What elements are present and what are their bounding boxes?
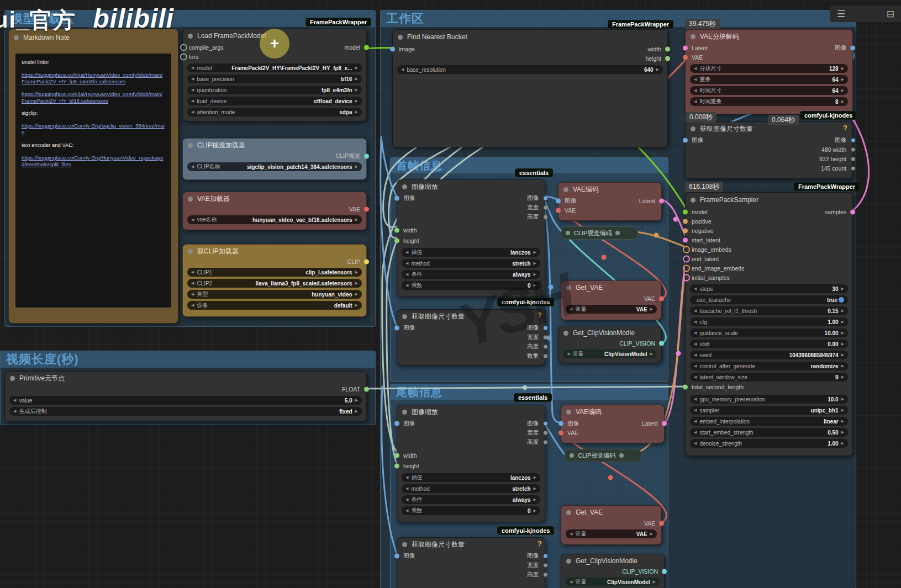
node-markdown-note[interactable]: Markdown Note Model links: https://huggi…	[8, 29, 178, 324]
node-get-clipvision-last[interactable]: Get_ClipVisionModle CLIP_VISION ◀常量ClipV…	[561, 554, 665, 588]
collapse-dot[interactable]	[188, 34, 193, 39]
collapse-dot[interactable]	[402, 410, 407, 415]
left-arrow-icon[interactable]: ◀	[570, 307, 572, 311]
node-graph-canvas[interactable]: 模型加载区 视频长度(秒) 工作区 首帧信息 尾帧信息	[0, 0, 901, 588]
right-arrow-icon[interactable]: ▶	[355, 99, 358, 103]
left-arrow-icon[interactable]: ◀	[694, 88, 697, 93]
widget-vae-name[interactable]: ◀vae名称hunyuan_video_vae_bf16.safetensors…	[187, 215, 362, 224]
widget-clip2[interactable]: ◀CLIP2llava_llama3_fp8_scaled.safetensor…	[187, 279, 362, 288]
input-port-model[interactable]	[683, 209, 688, 214]
input-port-total-second-length[interactable]	[683, 385, 688, 390]
help-icon[interactable]: ?	[843, 124, 847, 132]
input-port-end-image-embeds[interactable]	[683, 264, 690, 272]
collapse-dot[interactable]	[566, 231, 570, 235]
widget-interpolation[interactable]: ◀插值lanczos▶	[402, 248, 540, 257]
right-arrow-icon[interactable]: ▶	[355, 88, 358, 92]
widget-seed[interactable]: ◀seed1043960885945974▶	[690, 351, 848, 359]
widget-multiplier[interactable]: ◀乘数0▶	[402, 281, 540, 290]
collapse-dot[interactable]	[691, 34, 695, 39]
output-port-float[interactable]	[364, 387, 369, 392]
left-arrow-icon[interactable]: ◀	[191, 281, 194, 285]
output-port-height[interactable]	[544, 345, 547, 348]
output-port-width[interactable]	[665, 46, 670, 51]
left-arrow-icon[interactable]: ◀	[191, 66, 194, 70]
input-port-image[interactable]	[394, 325, 399, 330]
collapse-dot[interactable]	[188, 249, 193, 254]
input-port-image[interactable]	[394, 553, 399, 558]
collapse-dot[interactable]	[691, 126, 695, 131]
left-arrow-icon[interactable]: ◀	[191, 292, 194, 296]
collapse-dot[interactable]	[570, 453, 574, 458]
left-arrow-icon[interactable]: ◀	[694, 331, 697, 335]
right-arrow-icon[interactable]: ▶	[841, 353, 844, 357]
left-arrow-icon[interactable]: ◀	[694, 441, 697, 446]
left-arrow-icon[interactable]: ◀	[694, 342, 697, 346]
left-arrow-icon[interactable]: ◀	[570, 580, 572, 584]
right-arrow-icon[interactable]: ▶	[355, 281, 358, 285]
right-arrow-icon[interactable]: ▶	[841, 287, 844, 291]
left-arrow-icon[interactable]: ◀	[694, 397, 697, 401]
input-port-image[interactable]	[556, 198, 561, 203]
left-arrow-icon[interactable]: ◀	[405, 475, 408, 480]
widget-tile-size[interactable]: ◀分块尺寸128▶	[690, 64, 848, 73]
collapse-dot[interactable]	[188, 197, 193, 202]
input-port-image-embeds[interactable]	[683, 246, 690, 253]
canvas-toolbar[interactable]: ☰ ⊟	[830, 6, 901, 22]
right-arrow-icon[interactable]: ▶	[841, 331, 844, 335]
output-port-image[interactable]	[850, 45, 855, 50]
right-arrow-icon[interactable]: ▶	[841, 419, 844, 423]
left-arrow-icon[interactable]: ◀	[191, 270, 194, 274]
node-clip-vision-encode-last[interactable]: CLIP视觉编码	[565, 449, 642, 462]
node-clip-vision-encode-first[interactable]: CLIP视觉编码	[561, 226, 638, 240]
left-arrow-icon[interactable]: ◀	[694, 353, 697, 357]
right-arrow-icon[interactable]: ▶	[355, 218, 358, 222]
widget-start-embed-strength[interactable]: ◀start_embed_strength0.50▶	[690, 428, 848, 437]
node-get-image-size-last[interactable]: 获取图像尺寸数量 图像 图像 宽度 高度	[397, 537, 545, 588]
right-arrow-icon[interactable]: ▶	[841, 408, 844, 412]
left-arrow-icon[interactable]: ◀	[694, 408, 697, 412]
left-arrow-icon[interactable]: ◀	[405, 272, 408, 277]
node-image-scale-last[interactable]: 图像缩放 图像 图像 宽度 高度 width height ◀插值lanczos…	[397, 405, 545, 522]
collapse-dot[interactable]	[563, 187, 568, 192]
widget-base-resolution[interactable]: ◀base_resolution640▶	[397, 65, 663, 74]
right-arrow-icon[interactable]: ▶	[355, 110, 358, 114]
left-arrow-icon[interactable]: ◀	[694, 364, 697, 368]
input-port-compile-args[interactable]	[180, 44, 187, 51]
right-arrow-icon[interactable]: ▶	[355, 66, 358, 70]
input-port-end-latent[interactable]	[683, 255, 690, 262]
widget-constant[interactable]: ◀常量ClipVisionModel▶	[566, 578, 660, 586]
right-arrow-icon[interactable]: ▶	[534, 272, 536, 277]
input-port-vae[interactable]	[556, 208, 561, 213]
node-clip-vision-loader[interactable]: CLIP视觉加载器 CLIP视觉 ◀CLIP名称sigclip_vision_p…	[182, 138, 367, 180]
right-arrow-icon[interactable]: ▶	[841, 77, 844, 82]
right-arrow-icon[interactable]: ▶	[841, 375, 844, 379]
widget-use-teacache[interactable]: use_teacachetrue	[690, 295, 848, 304]
right-arrow-icon[interactable]: ▶	[534, 497, 536, 502]
left-arrow-icon[interactable]: ◀	[694, 66, 697, 71]
collapse-dot[interactable]	[402, 314, 407, 319]
right-arrow-icon[interactable]: ▶	[841, 364, 844, 368]
right-arrow-icon[interactable]: ▶	[650, 352, 653, 356]
left-arrow-icon[interactable]: ◀	[191, 218, 194, 222]
node-image-scale-first[interactable]: 图像缩放 图像 图像 宽度 高度 width height ◀插值lanczos…	[397, 179, 545, 297]
node-vae-encode-first[interactable]: VAE编码 图像 Latent VAE	[558, 182, 662, 221]
left-arrow-icon[interactable]: ◀	[13, 398, 16, 402]
widget-control-after-generate[interactable]: ◀control_after_generaterandomize▶	[690, 362, 848, 370]
right-arrow-icon[interactable]: ▶	[841, 441, 844, 446]
widget-attention-mode[interactable]: ◀attention_modesdpa▶	[187, 108, 362, 116]
input-port-positive[interactable]	[683, 219, 688, 224]
widget-overlap[interactable]: ◀重叠64▶	[690, 75, 848, 84]
widget-steps[interactable]: ◀steps30▶	[690, 284, 848, 293]
input-port-image[interactable]	[394, 421, 399, 426]
output-port-width[interactable]	[544, 205, 547, 209]
left-arrow-icon[interactable]: ◀	[405, 497, 408, 502]
widget-constant[interactable]: ◀常量ClipVisionModel▶	[563, 349, 657, 358]
node-dual-clip-loader[interactable]: 双CLIP加载器 CLIP ◀CLIP1clip_l.safetensors▶ …	[182, 244, 367, 317]
collapse-dot[interactable]	[402, 184, 407, 189]
widget-shift[interactable]: ◀shift0.00▶	[690, 340, 848, 348]
node-framepack-sampler[interactable]: FramePackSampler model samples positive …	[685, 192, 853, 456]
node-primitive-float[interactable]: Primitive元节点 FLOAT ◀value5.0▶ ◀生成后控制fixe…	[4, 371, 367, 422]
note-link-sigclip[interactable]: https://huggingface.co/Comfy-Org/sigclip…	[22, 123, 165, 135]
toggle-on-icon[interactable]	[839, 297, 844, 303]
output-port-clip-vision[interactable]	[659, 341, 664, 346]
